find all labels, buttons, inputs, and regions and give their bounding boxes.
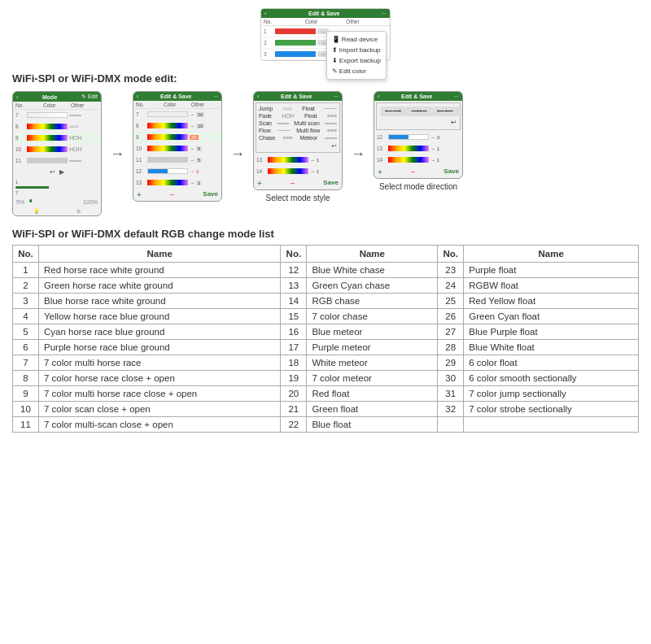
- brightness-slider[interactable]: [29, 199, 78, 202]
- menu-item-edit[interactable]: ✎ Edit color: [332, 66, 381, 76]
- add-icon[interactable]: +: [137, 190, 142, 199]
- color-bar-blue: [275, 51, 316, 57]
- color-bar: [388, 134, 429, 140]
- list-item: 14 → 1: [254, 166, 342, 177]
- color-bar: [268, 157, 308, 163]
- list-item: 13 → 1: [374, 143, 462, 154]
- list-item: 9 30: [133, 132, 221, 143]
- settings-icon[interactable]: ⚙: [76, 208, 81, 214]
- color-bar: [27, 146, 68, 152]
- color-bar: [147, 134, 188, 140]
- more-icon[interactable]: ···: [382, 11, 387, 16]
- cell-name: Green horse race white ground: [39, 278, 281, 294]
- menu-item-export[interactable]: ⬇ Export backup: [332, 55, 381, 66]
- cell-no: 15: [281, 309, 307, 324]
- cell-name: Yellow horse race blue ground: [39, 309, 281, 324]
- color-bar: [268, 168, 308, 174]
- color-bar: [27, 124, 68, 129]
- cell-no: 9: [13, 386, 39, 402]
- menu-item-read[interactable]: 📱 Read device: [332, 34, 381, 45]
- dir-option-2[interactable]: ⟶⟵: [406, 107, 432, 116]
- cell-name: Green Cyan chase: [307, 278, 438, 294]
- add-icon[interactable]: +: [257, 179, 262, 188]
- cell-no: 13: [281, 278, 307, 294]
- cell-name: 7 color horse race close + open: [39, 371, 281, 386]
- ph2-header: ‹ Edit & Save ···: [133, 92, 221, 101]
- list-item: 8 → 10: [133, 120, 221, 132]
- cell-no: 5: [13, 324, 39, 340]
- cell-name: Red horse race white ground: [39, 263, 281, 278]
- phone-mode-list: ‹ Mode ✎ Edit No. Color Other 7 ═══ 8 ≈≈…: [12, 91, 102, 216]
- cell-no: 18: [281, 355, 307, 371]
- cell-name: Blue horse race white ground: [39, 294, 281, 309]
- save-button[interactable]: Save: [443, 168, 459, 176]
- cell-name: Green Cyan float: [464, 309, 639, 324]
- cell-no: 20: [281, 386, 307, 402]
- remove-icon[interactable]: −: [411, 168, 416, 176]
- cell-no: 23: [438, 263, 464, 278]
- cell-no: 19: [281, 371, 307, 386]
- color-bar: [27, 112, 68, 118]
- dir-option-1[interactable]: ⟵⟶: [380, 107, 406, 116]
- dir-option-4[interactable]: ⟶⟶: [458, 107, 463, 116]
- top-phone-header: ‹ Edit & Save ···: [261, 9, 390, 18]
- table-row: 87 color horse race close + open197 colo…: [13, 371, 639, 386]
- edit-icon[interactable]: ✎ Edit: [81, 94, 98, 100]
- cell-name: 7 color multi-scan close + open: [39, 417, 281, 433]
- slider-row: 1 7: [13, 177, 101, 198]
- cell-no: 31: [438, 386, 464, 402]
- table-row: 2Green horse race white ground13Green Cy…: [13, 278, 639, 294]
- cell-name: RGB chase: [307, 294, 438, 309]
- more-icon[interactable]: ···: [334, 94, 339, 99]
- ph3-header: ‹ Edit & Save ···: [254, 92, 342, 101]
- more-icon[interactable]: ···: [454, 94, 459, 99]
- more-icon[interactable]: ···: [213, 94, 218, 99]
- list-item: 10 HOH: [13, 144, 101, 155]
- phone-edit-save-1: ‹ Edit & Save ··· No. Color Other 7 → 10…: [133, 91, 222, 202]
- cell-no: 8: [13, 371, 39, 386]
- table-row: 107 color scan close + open21Green float…: [13, 402, 639, 417]
- arrow-1: →: [108, 146, 126, 163]
- cell-no: 25: [438, 294, 464, 309]
- remove-icon[interactable]: −: [291, 179, 295, 188]
- ph1-header: ‹ Mode ✎ Edit: [13, 92, 101, 102]
- edit-row: ‹ Mode ✎ Edit No. Color Other 7 ═══ 8 ≈≈…: [12, 91, 639, 216]
- cell-no: 24: [438, 278, 464, 294]
- cell-no: 16: [281, 324, 307, 340]
- add-icon[interactable]: +: [378, 168, 382, 176]
- cell-name: 7 color scan close + open: [39, 402, 281, 417]
- undo-icon: ↩: [50, 168, 55, 176]
- play-icon[interactable]: ▶: [59, 168, 64, 176]
- cell-no: 32: [438, 402, 464, 417]
- cell-name: Blue White chase: [307, 263, 438, 278]
- cell-no: 2: [13, 278, 39, 294]
- list-item: 7 → 10: [133, 109, 221, 120]
- cell-name: Blue Purple float: [464, 324, 639, 340]
- cell-no: 7: [13, 355, 39, 371]
- cell-no: 28: [438, 340, 464, 355]
- speed-slider[interactable]: [15, 186, 98, 189]
- ph4-actions: + − Save: [374, 166, 462, 178]
- caption-mode-direction: Select mode direction: [374, 182, 463, 191]
- menu-item-import[interactable]: ⬆ Import backup: [332, 45, 381, 55]
- color-bar: [147, 146, 188, 151]
- table-row: 77 color multi horse race18White meteor2…: [13, 355, 639, 371]
- direction-popup: ⟵⟶ ⟶⟵ ⟵⟵ ⟶⟶ ↩: [376, 102, 461, 130]
- col-name-3: Name: [464, 246, 639, 263]
- cell-no: 17: [281, 340, 307, 355]
- col-name-1: Name: [39, 246, 281, 263]
- dir-option-3[interactable]: ⟵⟵: [432, 107, 458, 116]
- cell-no: 11: [13, 417, 39, 433]
- phone-mode-dir: ‹ Edit & Save ··· ⟵⟶ ⟶⟵ ⟵⟵ ⟶⟶ ↩ 12 → 3: [374, 91, 463, 179]
- col-no-2: No.: [281, 246, 307, 263]
- table-row: 97 color multi horse race close + open20…: [13, 386, 639, 402]
- mode-table: No. Name No. Name No. Name 1Red horse ra…: [12, 245, 639, 433]
- ph2-actions: + − Save: [133, 189, 221, 201]
- remove-icon[interactable]: −: [170, 190, 175, 199]
- color-bar: [388, 157, 429, 163]
- save-button[interactable]: Save: [203, 190, 218, 199]
- list-item: 8 ≈≈≈: [13, 121, 101, 133]
- phone3-section: ‹ Edit & Save ··· Jump≈≈≈ Float─── FadeH…: [253, 91, 343, 202]
- save-button[interactable]: Save: [323, 179, 339, 188]
- cell-no: 10: [13, 402, 39, 417]
